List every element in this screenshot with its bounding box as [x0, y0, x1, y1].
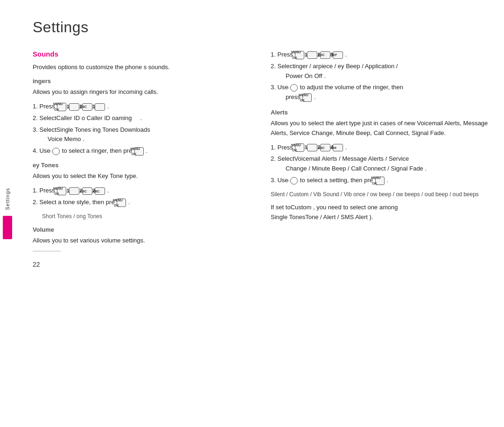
if-set-text: If set toCustom , you need to select one…	[271, 203, 490, 222]
key-1c: 1□	[69, 187, 79, 195]
step-item: 1. Press MENUOK 1□ 2ABC 2ABC .	[33, 186, 252, 196]
key-4ghi: 4GHI	[333, 144, 343, 151]
volume-desc: Allows you to set various volume setting…	[33, 236, 252, 245]
key-1d: 1□	[307, 51, 317, 59]
key-2abc: 2ABC	[82, 103, 92, 111]
page-number: 22	[33, 261, 252, 268]
ringers-steps: 1. Press MENUOK 1□ 2ABC 1□ . 2. SelectCa…	[33, 102, 252, 156]
sounds-desc: Provides options to customize the phone …	[33, 63, 252, 72]
main-content: Settings Sounds Provides options to cust…	[19, 0, 504, 427]
key-1: 1□	[69, 103, 79, 111]
step-item: 3. Use ○ to select a setting, then pre M…	[271, 176, 490, 185]
step-item: 2. SelectCaller ID o Caller ID oaming .	[33, 114, 252, 123]
two-col-layout: Sounds Provides options to customize the…	[33, 50, 490, 413]
key-menu-ok8: MENUOK	[375, 177, 385, 185]
key-2abc4: 2ABC	[320, 51, 330, 59]
step-item: 1. Press MENUOK 1□ 2ABC 4GHI .	[271, 143, 490, 153]
key-tones-steps: 1. Press MENUOK 1□ 2ABC 2ABC . 2. Select…	[33, 186, 252, 207]
key-menu-ok: MENUOK	[57, 103, 66, 111]
step-item: 3. Use ○ to adjust the volume of the rin…	[271, 83, 490, 102]
step-item: 2. Selectinger / arpiece / ey Beep / App…	[271, 62, 490, 81]
key-2abc3: 2ABC	[95, 187, 105, 195]
alerts-section: Alerts Allows you to select the alert ty…	[271, 109, 490, 222]
sounds-section-title: Sounds	[33, 50, 252, 58]
key-menu-ok7: MENUOK	[295, 143, 304, 152]
col-right: 1. Press MENUOK 1□ 2ABC 3DEF . 2. Select…	[271, 50, 490, 413]
alerts-options: Silent / Custom / Vib Sound / Vib once /…	[271, 190, 490, 199]
volume-title: Volume	[33, 226, 252, 233]
key-tones-options: Short Tones / ong Tones	[33, 212, 252, 221]
divider	[33, 251, 61, 251]
page-container: Settings Settings Sounds Provides option…	[0, 0, 504, 427]
nav-circle3: ○	[290, 177, 298, 185]
key-menu-ok4: MENUOK	[117, 199, 126, 207]
right-steps-1: 1. Press MENUOK 1□ 2ABC 3DEF . 2. Select…	[271, 50, 490, 102]
key-menu-ok3: MENUOK	[57, 187, 66, 195]
step-item: 3. SelectSingle Tones ing Tones Download…	[33, 125, 252, 145]
key-2abc2: 2ABC	[82, 187, 92, 195]
step-item: 2. SelectVoicemail Alerts / Message Aler…	[271, 154, 490, 174]
alerts-title: Alerts	[271, 109, 490, 116]
key-1e: 1□	[307, 144, 317, 151]
sidebar-tab: Settings	[0, 0, 15, 427]
key-tones-desc: Allows you to select the Key Tone type.	[33, 171, 252, 181]
key-menu-ok5: MENUOK	[295, 51, 304, 59]
col-left: Sounds Provides options to customize the…	[33, 50, 252, 413]
alerts-desc: Allows you to select the alert type just…	[271, 119, 490, 138]
step-item: 1. Press MENUOK 1□ 2ABC 1□ .	[33, 102, 252, 112]
key-2abc5: 2ABC	[320, 144, 330, 151]
step-item: 4. Use ○ to select a ringer, then pre ME…	[33, 146, 252, 156]
key-tones-title: ey Tones	[33, 162, 252, 169]
step-item: 2. Select a tone style, then pre MENUOK …	[33, 198, 252, 207]
alerts-steps: 1. Press MENUOK 1□ 2ABC 4GHI . 2. Select…	[271, 143, 490, 185]
key-menu-ok6: MENUOK	[302, 93, 312, 102]
key-menu-ok2: MENUOK	[134, 147, 144, 156]
nav-circle2: ○	[290, 84, 298, 92]
sidebar-text: Settings	[5, 188, 10, 210]
nav-circle: ○	[52, 148, 60, 155]
key-3def: 3DEF	[333, 51, 343, 59]
sidebar-label-container: Settings	[3, 188, 12, 239]
ringers-desc: Allows you to assign ringers for incomin…	[33, 87, 252, 97]
ringers-title: ingers	[33, 78, 252, 85]
key-1b: 1□	[95, 103, 105, 111]
step-item: 1. Press MENUOK 1□ 2ABC 3DEF .	[271, 50, 490, 60]
sidebar-pink-bar	[3, 216, 12, 239]
page-title: Settings	[33, 19, 490, 36]
